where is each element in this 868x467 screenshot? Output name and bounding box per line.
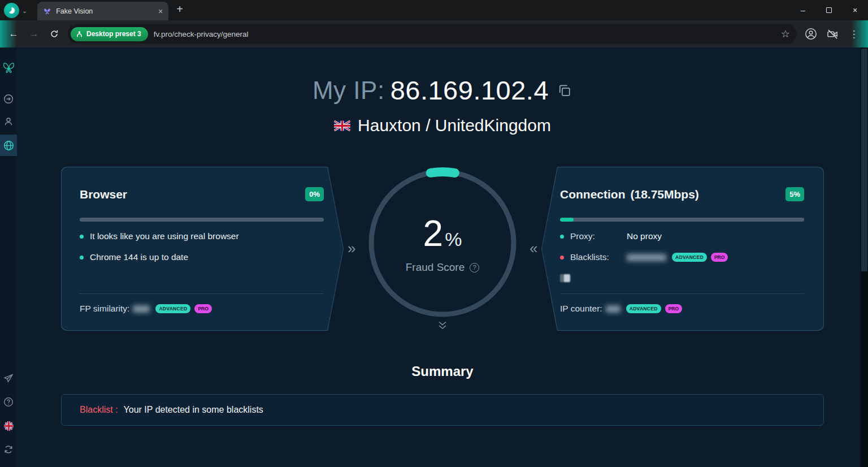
fraud-score-label-row: Fraud Score ? xyxy=(406,261,480,274)
fraud-score-gauge: 2 % Fraud Score ? xyxy=(363,164,522,322)
reload-button[interactable] xyxy=(45,25,63,43)
blacklists-label: Blacklists: xyxy=(570,252,627,262)
sidebar-item-language[interactable] xyxy=(0,416,17,435)
fraud-score-help-icon[interactable]: ? xyxy=(470,263,479,273)
blurred-image-icon xyxy=(560,274,570,282)
preset-profile-icon xyxy=(76,31,83,38)
forward-button[interactable]: → xyxy=(25,25,43,43)
summary-title: Summary xyxy=(17,364,868,379)
ip-value: 86.169.102.4 xyxy=(390,75,549,106)
pro-badge: PRO xyxy=(194,304,211,313)
blurred-value xyxy=(133,305,150,313)
sidebar xyxy=(0,47,17,467)
sidebar-item-check-privacy[interactable] xyxy=(0,135,17,156)
sidebar-logo-button[interactable] xyxy=(0,58,17,77)
butterfly-favicon xyxy=(43,7,51,15)
url-text: fv.pro/check-privacy/general xyxy=(154,30,775,38)
sidebar-item-sync[interactable] xyxy=(0,440,17,459)
browser-progress-bar xyxy=(80,218,324,222)
proxy-row: Proxy: No proxy xyxy=(560,231,804,241)
uk-flag-round-svg xyxy=(4,421,14,431)
camera-off-icon xyxy=(827,28,839,40)
fp-similarity-row: FP similarity: ADVANCED PRO xyxy=(80,304,324,314)
back-button[interactable]: ← xyxy=(5,25,23,43)
browser-panel-divider xyxy=(80,293,324,294)
check-dot xyxy=(80,256,84,260)
connection-panel-header: Connection (18.75Mbps) 5% xyxy=(560,187,804,201)
page-content: My IP: 86.169.102.4 Hauxton / United xyxy=(0,47,868,467)
new-tab-button[interactable]: + xyxy=(176,3,183,16)
connection-progress-bar xyxy=(560,218,804,222)
browser-panel-expander[interactable]: » xyxy=(348,241,355,256)
tab-close-button[interactable]: × xyxy=(158,7,163,15)
address-bar[interactable]: Desktop preset 3 fv.pro/check-privacy/ge… xyxy=(68,24,797,44)
login-arrow-icon xyxy=(3,94,14,104)
location-row: Hauxton / UnitedKingdom xyxy=(17,116,868,135)
ip-counter-label: IP counter: xyxy=(560,304,602,314)
profile-icon xyxy=(805,28,817,40)
sidebar-item-help[interactable] xyxy=(0,392,17,412)
blacklists-dot xyxy=(560,256,564,260)
location-text: Hauxton / UnitedKingdom xyxy=(358,116,551,135)
browser-check-row: It looks like you are using real browser xyxy=(80,231,324,241)
advanced-badge: ADVANCED xyxy=(672,253,707,262)
close-window-button[interactable]: × xyxy=(842,0,868,20)
connection-title-text: Connection xyxy=(560,188,626,201)
sidebar-item-login[interactable] xyxy=(0,89,17,109)
profile-button[interactable] xyxy=(801,24,821,44)
fp-similarity-label: FP similarity: xyxy=(80,304,129,314)
advanced-badge: ADVANCED xyxy=(626,304,661,313)
browser-logo-button[interactable] xyxy=(4,3,19,18)
browser-menu-button[interactable]: ⋮ xyxy=(844,24,863,44)
pro-badge: PRO xyxy=(665,304,682,313)
sidebar-item-telegram[interactable] xyxy=(0,369,17,388)
panels-row: Browser 0% It looks like you are using r… xyxy=(61,167,824,332)
scroll-down-hint[interactable] xyxy=(437,321,448,332)
double-chevron-down-icon xyxy=(437,321,448,330)
ip-counter-row: IP counter: ADVANCED PRO xyxy=(560,304,804,314)
connection-panel-expander[interactable]: « xyxy=(530,241,537,256)
fraud-score-label: Fraud Score xyxy=(406,261,465,274)
browser-check-text: Chrome 144 is up to date xyxy=(90,252,188,262)
minimize-button[interactable]: – xyxy=(790,0,816,20)
browser-toolbar: ← → Desktop preset 3 fv.pro/check-privac… xyxy=(0,20,868,47)
ip-header: My IP: 86.169.102.4 xyxy=(17,75,868,106)
blacklists-row: Blacklists: ADVANCED PRO xyxy=(560,252,804,262)
scrollbar-thumb[interactable] xyxy=(861,49,867,271)
person-icon xyxy=(3,116,14,127)
preset-badge[interactable]: Desktop preset 3 xyxy=(71,27,148,41)
page-scrollbar[interactable] xyxy=(861,47,868,467)
reload-icon xyxy=(49,29,59,39)
question-circle-icon xyxy=(3,397,14,407)
sync-icon xyxy=(3,444,14,455)
browser-logo-icon xyxy=(7,6,16,15)
check-dot xyxy=(80,235,84,239)
fraud-score-unit: % xyxy=(445,228,462,250)
window-controls: – × xyxy=(790,0,868,20)
sidebar-item-profile[interactable] xyxy=(0,112,17,131)
maximize-button[interactable] xyxy=(816,0,842,20)
uk-flag-icon xyxy=(4,421,14,431)
copy-ip-button[interactable] xyxy=(557,83,572,98)
bookmark-star-icon[interactable]: ☆ xyxy=(781,28,790,40)
camera-off-button[interactable] xyxy=(823,24,842,44)
browser-dropdown-caret[interactable]: ⌄ xyxy=(22,7,27,15)
maximize-icon xyxy=(826,7,832,13)
copy-icon xyxy=(557,83,572,98)
blacklist-flag-row xyxy=(560,274,804,282)
tab-fake-vision[interactable]: Fake Vision × xyxy=(37,2,168,20)
summary-item-label: Blacklist : xyxy=(80,405,118,415)
browser-check-text: It looks like you are using real browser xyxy=(90,231,239,241)
proxy-dot xyxy=(560,235,564,239)
uk-flag-icon-location xyxy=(334,120,350,131)
gauge-center: 2 % Fraud Score ? xyxy=(363,164,522,322)
connection-progress-fill xyxy=(560,218,574,222)
blurred-value xyxy=(627,254,666,261)
browser-panel: Browser 0% It looks like you are using r… xyxy=(61,167,344,331)
my-ip-label: My IP: xyxy=(313,76,385,105)
tab-title: Fake Vision xyxy=(56,7,154,15)
connection-score-badge: 5% xyxy=(785,187,804,201)
browser-check-row: Chrome 144 is up to date xyxy=(80,252,324,262)
advanced-badge: ADVANCED xyxy=(155,304,190,313)
summary-blacklist-item: Blacklist : Your IP detected in some bla… xyxy=(61,394,824,426)
